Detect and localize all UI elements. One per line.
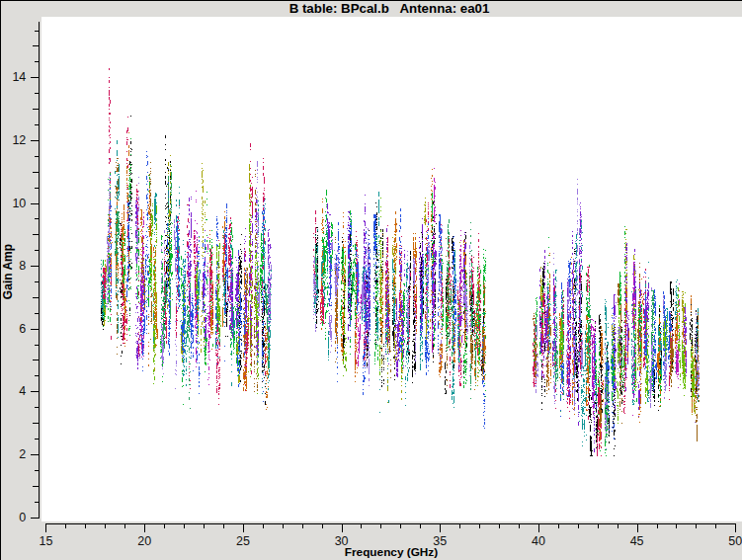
svg-text:2: 2 <box>19 447 26 461</box>
svg-text:6: 6 <box>19 322 26 336</box>
svg-text:0: 0 <box>19 511 26 524</box>
svg-text:4: 4 <box>19 384 26 398</box>
svg-text:8: 8 <box>19 259 26 273</box>
svg-text:10: 10 <box>12 197 26 210</box>
svg-text:14: 14 <box>12 70 26 84</box>
svg-text:12: 12 <box>12 133 26 147</box>
